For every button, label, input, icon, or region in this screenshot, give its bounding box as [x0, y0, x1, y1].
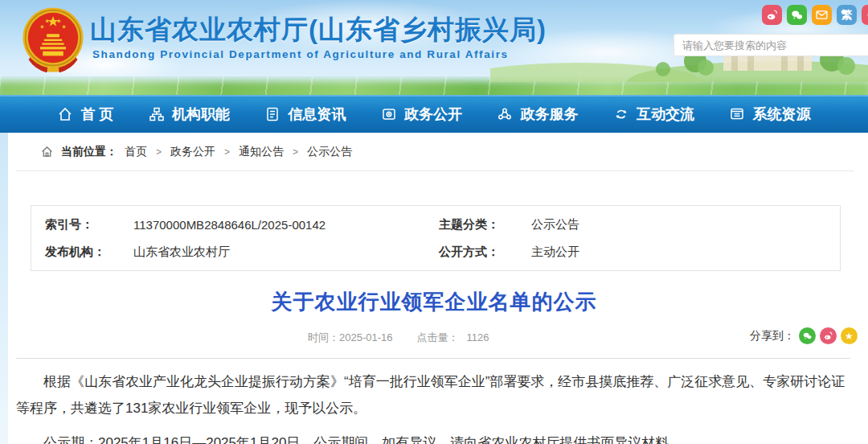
- info-value-publisher: 山东省农业农村厅: [133, 245, 439, 260]
- breadcrumb-item-disclosure[interactable]: 政务公开: [170, 145, 215, 159]
- hits-value: 1126: [467, 331, 489, 343]
- extra-icon[interactable]: [862, 5, 868, 25]
- content-divider: [16, 358, 850, 359]
- extra-glyph: [865, 8, 868, 22]
- nav-item-interaction[interactable]: 互动交流: [613, 105, 694, 124]
- breadcrumb: 当前位置： 首页 > 政务公开 > 通知公告 > 公示公告: [16, 133, 854, 171]
- lang-label: 繁: [841, 8, 853, 23]
- interact-icon: [613, 106, 629, 122]
- weibo-share-icon[interactable]: [820, 327, 837, 344]
- breadcrumb-separator: >: [156, 146, 162, 158]
- mail-glyph: [815, 8, 829, 22]
- main-nav: 首 页 机构职能 信息资讯 政务公开 政务服务 互动交流: [0, 95, 868, 133]
- article-paragraph: 公示期：2025年1月16日—2025年1月20日。公示期间，如有异议，请向省农…: [16, 430, 852, 444]
- home-icon: [40, 145, 54, 158]
- home-icon: [57, 106, 73, 122]
- page-title: 关于农业行业领军企业名单的公示: [0, 288, 868, 316]
- breadcrumb-item-notices[interactable]: 通知公告: [239, 145, 284, 159]
- wechat-share-icon[interactable]: [799, 327, 816, 344]
- breadcrumb-item-announcements[interactable]: 公示公告: [307, 145, 352, 159]
- nav-item-news[interactable]: 信息资讯: [264, 105, 346, 124]
- nav-item-home[interactable]: 首 页: [57, 105, 113, 124]
- qzone-share-icon[interactable]: ★: [841, 327, 858, 344]
- info-label-method: 公开方式：: [439, 245, 531, 260]
- nav-label: 政务公开: [404, 105, 462, 124]
- share-label: 分享到：: [750, 329, 795, 343]
- nav-label: 首 页: [80, 105, 113, 124]
- article-paragraph: 根据《山东省农业产业化龙头企业提振行动方案》“培育一批行业领军企业”部署要求，经…: [16, 368, 852, 421]
- document-info-table: 索引号： 11370000MB2848646L/2025-00142 主题分类：…: [31, 205, 841, 271]
- nav-label: 机构职能: [172, 105, 230, 124]
- info-label-publisher: 发布机构：: [45, 245, 133, 260]
- time-value: 2025-01-16: [339, 331, 393, 343]
- article-meta: 时间：2025-01-16点击量：1126: [308, 331, 489, 345]
- weibo-glyph: [823, 331, 833, 341]
- site-header: 山东省农业农村厅(山东省乡村振兴局) Shandong Provincial D…: [0, 0, 868, 95]
- header-quick-links: 繁: [762, 5, 868, 25]
- mail-icon[interactable]: [812, 5, 832, 25]
- info-value-index: 11370000MB2848646L/2025-00142: [133, 218, 439, 232]
- national-emblem-logo: [21, 6, 85, 76]
- nav-item-resources[interactable]: 系统资源: [729, 105, 810, 124]
- news-icon: [264, 106, 280, 122]
- wechat-icon[interactable]: [787, 5, 807, 25]
- nav-label: 信息资讯: [288, 105, 346, 124]
- article-meta-row: 时间：2025-01-16点击量：1126 分享到： ★: [0, 327, 868, 347]
- breadcrumb-label: 当前位置：: [61, 145, 117, 159]
- weibo-glyph: [765, 8, 779, 22]
- time-label: 时间：: [308, 331, 339, 343]
- info-value-method: 主动公开: [531, 245, 579, 260]
- info-label-index: 索引号：: [45, 217, 133, 232]
- breadcrumb-item-home[interactable]: 首页: [125, 145, 147, 159]
- page-edge-strip: [0, 133, 8, 444]
- info-row: 发布机构： 山东省农业农村厅 公开方式： 主动公开: [45, 238, 840, 265]
- info-row: 索引号： 11370000MB2848646L/2025-00142 主题分类：…: [45, 211, 840, 238]
- nav-item-functions[interactable]: 机构职能: [149, 105, 230, 124]
- breadcrumb-separator: >: [293, 146, 298, 158]
- article-body: 根据《山东省农业产业化龙头企业提振行动方案》“培育一批行业领军企业”部署要求，经…: [0, 368, 868, 444]
- hits-label: 点击量：: [417, 331, 459, 343]
- disclosure-icon: [381, 106, 397, 122]
- nav-item-disclosure[interactable]: 政务公开: [381, 105, 462, 124]
- weibo-icon[interactable]: [762, 5, 782, 25]
- wechat-glyph: [790, 8, 804, 22]
- nav-label: 系统资源: [752, 105, 810, 124]
- nav-item-services[interactable]: 政务服务: [497, 105, 578, 124]
- share-bar: 分享到： ★: [750, 327, 858, 344]
- lang-traditional-button[interactable]: 繁: [837, 5, 857, 25]
- star-glyph: ★: [845, 331, 854, 342]
- nav-label: 政务服务: [520, 105, 578, 124]
- resource-icon: [729, 106, 745, 122]
- site-title: 山东省农业农村厅(山东省乡村振兴局): [90, 12, 547, 48]
- service-icon: [497, 106, 513, 122]
- site-subtitle-english: Shandong Provincial Department of Agricu…: [92, 48, 509, 60]
- info-value-category: 公示公告: [531, 217, 579, 232]
- info-label-category: 主题分类：: [439, 217, 531, 232]
- breadcrumb-separator: >: [224, 146, 230, 158]
- search-input[interactable]: [674, 34, 868, 56]
- org-icon: [149, 106, 165, 122]
- nav-label: 互动交流: [637, 105, 694, 124]
- wechat-glyph: [802, 331, 813, 341]
